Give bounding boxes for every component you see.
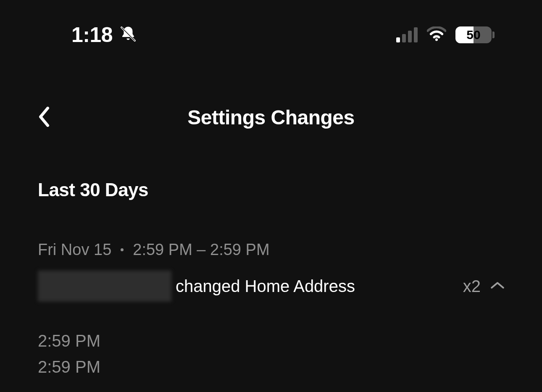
chevron-left-icon (38, 107, 50, 127)
event-count: x2 (463, 277, 481, 296)
svg-point-2 (435, 38, 438, 41)
redacted-actor (38, 271, 171, 302)
battery-percent: 50 (455, 28, 492, 42)
event-time-entry: 2:59 PM (38, 354, 504, 380)
event-date: Fri Nov 15 (38, 241, 111, 259)
status-time: 1:18 (71, 23, 113, 47)
event-meta: Fri Nov 15 2:59 PM – 2:59 PM (38, 241, 504, 259)
expanded-times: 2:59 PM 2:59 PM (38, 328, 504, 380)
chevron-up-icon[interactable] (491, 281, 504, 291)
bell-slash-icon (119, 25, 137, 45)
event-time-range: 2:59 PM – 2:59 PM (133, 241, 269, 259)
wifi-icon (427, 26, 446, 43)
event-time-entry: 2:59 PM (38, 328, 504, 354)
history-section: Last 30 Days Fri Nov 15 2:59 PM – 2:59 P… (0, 179, 542, 380)
page-title: Settings Changes (187, 106, 354, 129)
event-row[interactable]: changed Home Address x2 (38, 271, 504, 302)
event-action: changed Home Address (176, 277, 463, 296)
separator-dot (121, 248, 124, 251)
battery-icon: 50 (455, 26, 492, 43)
back-button[interactable] (38, 107, 50, 129)
cellular-icon (396, 27, 418, 42)
status-bar: 1:18 (0, 0, 542, 47)
section-heading: Last 30 Days (38, 179, 504, 200)
nav-header: Settings Changes (0, 106, 542, 129)
